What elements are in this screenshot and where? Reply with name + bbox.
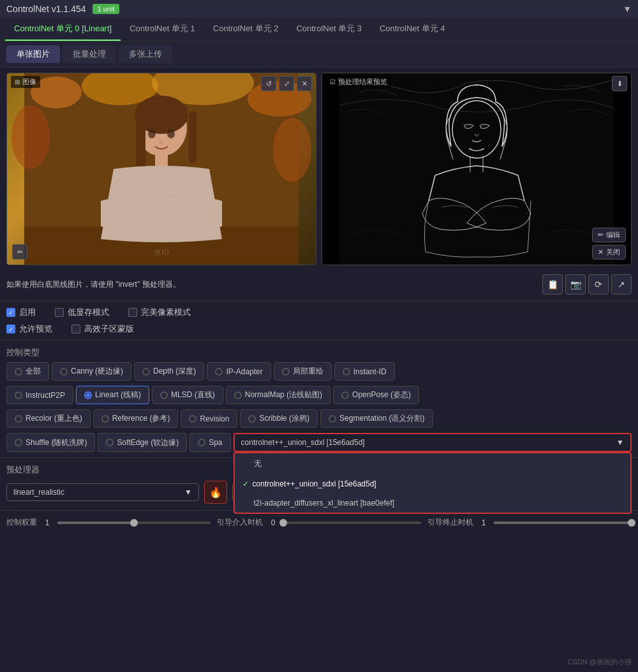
end-label: 引导终止时机 — [427, 517, 473, 528]
radio-lineart[interactable]: Lineart (线稿) — [76, 386, 149, 404]
dropdown-item-model1[interactable]: ✓ controlnet++_union_sdxl [15e6ad5d] — [235, 474, 630, 493]
radio-reference[interactable]: Reference (参考) — [93, 409, 179, 428]
weight-thumb[interactable] — [130, 519, 138, 527]
control-type-row-2: InstructP2P Lineart (线稿) MLSD (直线) Norma… — [0, 383, 638, 407]
radio-openpose[interactable]: OpenPose (姿态) — [333, 386, 419, 404]
radio-all[interactable]: 全部 — [6, 362, 49, 381]
allow-preview-checkbox-box[interactable] — [6, 325, 15, 333]
right-image-label: ☑ 预处理结果预览 — [326, 76, 391, 88]
close-button[interactable]: ✕ 关闭 — [592, 245, 626, 259]
radio-dot-ip — [215, 368, 223, 376]
subtab-batch[interactable]: 批量处理 — [63, 45, 116, 63]
hint-text: 如果使用白底黑线图片，请使用 "invert" 预处理器。 — [6, 279, 540, 290]
svg-rect-11 — [189, 112, 197, 163]
radio-canny[interactable]: Canny (硬边缘) — [52, 362, 131, 381]
sliders-row: 控制权重 1 引导介入时机 0 引导终止时机 1 — [0, 513, 638, 532]
weight-track[interactable] — [57, 522, 211, 524]
download-btn[interactable]: ⬇ — [612, 76, 627, 91]
expand-btn[interactable]: ⤢ — [279, 76, 294, 91]
close-btn[interactable]: ✕ — [297, 76, 312, 91]
pixel-perfect-checkbox[interactable]: 完美像素模式 — [128, 307, 191, 318]
efficient-subgrid-checkbox-box[interactable] — [71, 325, 80, 333]
radio-label-softedge: SoftEdge (软边缘) — [117, 437, 179, 448]
model-value: controlnet++_union_sdxl [15e6ad5d] — [241, 438, 365, 447]
tab-unit-2[interactable]: ControlNet 单元 2 — [204, 18, 288, 41]
image-icon: ⊞ — [15, 78, 20, 85]
radio-dot-openpose — [341, 391, 349, 399]
radio-dot-reference — [101, 415, 109, 423]
radio-scribble[interactable]: Scribble (涂鸦) — [240, 409, 318, 428]
radio-label-inpaint: 局部重绘 — [293, 366, 323, 377]
left-label-text: 图像 — [22, 77, 36, 87]
radio-softedge[interactable]: SoftEdge (软边缘) — [98, 433, 187, 452]
options-row-1: 启用 低显存模式 完美像素模式 — [0, 304, 638, 321]
tab-unit-0[interactable]: ControlNet 单元 0 [Lineart] — [5, 18, 121, 41]
edit-icon: ✏ — [598, 231, 604, 239]
original-image: 水印 — [7, 73, 316, 265]
action-bar: 如果使用白底黑线图片，请使用 "invert" 预处理器。 📋 📷 ⟳ ↗ — [0, 270, 638, 298]
enable-checkbox-box[interactable] — [6, 308, 15, 317]
reset-btn[interactable]: ↺ — [261, 76, 276, 91]
start-track[interactable] — [283, 522, 421, 524]
low-vram-checkbox-box[interactable] — [55, 308, 64, 317]
radio-depth[interactable]: Depth (深度) — [134, 362, 204, 381]
preprocessor-dropdown[interactable]: lineart_realistic ▼ — [6, 483, 199, 501]
radio-dot-spa — [198, 439, 205, 446]
radio-revision[interactable]: Revision — [181, 409, 237, 428]
svg-point-6 — [273, 118, 311, 182]
pixel-perfect-checkbox-box[interactable] — [128, 308, 137, 317]
low-vram-label: 低显存模式 — [68, 307, 109, 318]
radio-inpaint[interactable]: 局部重绘 — [274, 362, 332, 381]
radio-label-reference: Reference (参考) — [112, 413, 170, 424]
radio-dot-inpaint — [282, 368, 290, 376]
note-btn[interactable]: 📋 — [542, 274, 563, 295]
allow-preview-checkbox[interactable]: 允许预览 — [6, 323, 52, 335]
radio-label-mlsd: MLSD (直线) — [171, 390, 215, 400]
dropdown-item-none[interactable]: 无 — [235, 453, 630, 474]
fire-button[interactable]: 🔥 — [204, 481, 227, 504]
end-thumb[interactable] — [628, 519, 635, 527]
radio-label-p2p: InstructP2P — [26, 391, 65, 400]
efficient-subgrid-checkbox[interactable]: 高效子区蒙版 — [71, 323, 134, 335]
dropdown-model2-label: t2i-adapter_diffusers_xl_lineart [bae0ef… — [254, 499, 395, 508]
radio-label-spa: Spa — [209, 438, 222, 447]
radio-instructp2p[interactable]: InstructP2P — [6, 386, 73, 404]
tab-unit-1[interactable]: ControlNet 单元 1 — [121, 18, 204, 41]
end-value: 1 — [477, 518, 490, 527]
tab-unit-4[interactable]: ControlNet 单元 4 — [371, 18, 454, 41]
processed-image: ✏ 编辑 ✕ 关闭 — [322, 73, 631, 265]
radio-spa[interactable]: Spa — [189, 433, 230, 452]
rotate-btn[interactable]: ⟳ — [588, 274, 609, 295]
radio-label-lineart: Lineart (线稿) — [95, 390, 141, 400]
radio-segmentation[interactable]: Segmentation (语义分割) — [320, 409, 433, 428]
preprocessor-value: lineart_realistic — [13, 488, 64, 497]
options-row-2: 允许预览 高效子区蒙版 — [0, 321, 638, 337]
app-container: ControlNet v1.1.454 1 unit ▼ ControlNet … — [0, 0, 638, 672]
radio-instant-id[interactable]: Instant-ID — [334, 362, 395, 381]
model-dropdown[interactable]: controlnet++_union_sdxl [15e6ad5d] ▼ — [234, 433, 632, 452]
collapse-arrow-icon[interactable]: ▼ — [623, 4, 632, 14]
enable-checkbox[interactable]: 启用 — [6, 307, 36, 318]
dropdown-none-label: 无 — [254, 458, 262, 469]
subtab-single[interactable]: 单张图片 — [6, 45, 60, 63]
dropdown-item-model2[interactable]: t2i-adapter_diffusers_xl_lineart [bae0ef… — [235, 493, 630, 513]
radio-shuffle[interactable]: Shuffle (随机洗牌) — [6, 433, 95, 452]
radio-ip-adapter[interactable]: IP-Adapter — [207, 362, 271, 381]
pencil-btn[interactable]: ✏ — [12, 244, 27, 259]
low-vram-checkbox[interactable]: 低显存模式 — [55, 307, 109, 318]
subtab-multi[interactable]: 多张上传 — [119, 45, 172, 63]
edit-label: 编辑 — [606, 230, 620, 240]
svg-point-13 — [148, 129, 156, 138]
camera-btn[interactable]: 📷 — [565, 274, 586, 295]
radio-recolor[interactable]: Recolor (重上色) — [6, 409, 91, 428]
fire-icon: 🔥 — [209, 486, 222, 499]
icon-toolbar: 📋 📷 ⟳ ↗ — [542, 274, 632, 295]
end-track[interactable] — [494, 522, 632, 524]
radio-mlsd[interactable]: MLSD (直线) — [152, 386, 223, 404]
tab-unit-3[interactable]: ControlNet 单元 3 — [287, 18, 371, 41]
arrow-btn[interactable]: ↗ — [611, 274, 632, 295]
start-thumb[interactable] — [279, 519, 287, 527]
radio-normalmap[interactable]: NormalMap (法线贴图) — [226, 386, 330, 404]
unit-badge: 1 unit — [93, 4, 120, 14]
edit-button[interactable]: ✏ 编辑 — [592, 228, 626, 242]
